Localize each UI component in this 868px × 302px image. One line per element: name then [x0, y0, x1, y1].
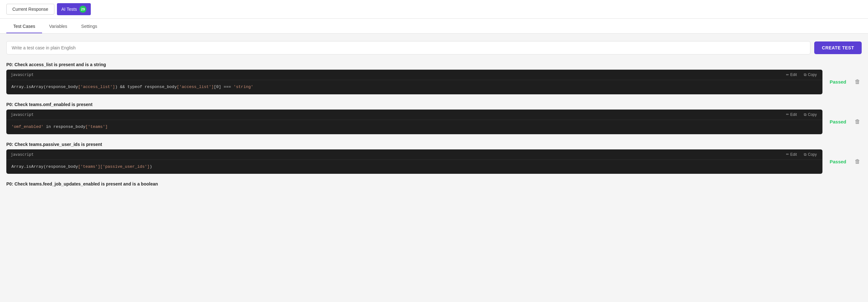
tabs-bar: Test Cases Variables Settings: [0, 19, 868, 34]
test-case-1-code-body: Array.isArray(response_body['access_list…: [6, 80, 823, 94]
copy-icon-3: ⧉: [804, 152, 807, 157]
test-case-1-code-header: javascript ✏ Edit ⧉ Copy: [6, 70, 823, 80]
test-case-2-actions: ✏ Edit ⧉ Copy: [785, 112, 818, 117]
copy-label: Copy: [808, 72, 817, 77]
test-case-3-title: P0: Check teams.passive_user_ids is pres…: [6, 142, 862, 147]
trash-icon: 🗑: [855, 79, 860, 85]
copy-icon: ⧉: [804, 72, 807, 77]
test-case-3-status: Passed: [827, 159, 849, 164]
test-case-2: P0: Check teams.omf_enabled is present j…: [6, 102, 862, 134]
test-case-3-edit-button[interactable]: ✏ Edit: [785, 152, 798, 157]
pencil-icon-3: ✏: [786, 152, 789, 156]
edit-label: Edit: [790, 72, 797, 77]
search-input[interactable]: [6, 41, 810, 55]
test-case-2-delete-button[interactable]: 🗑: [854, 117, 862, 126]
test-case-1-lang: javascript: [11, 72, 34, 77]
test-case-3-code-header: javascript ✏ Edit ⧉ Copy: [6, 149, 823, 160]
trash-icon-3: 🗑: [855, 158, 860, 164]
test-case-2-code-body: 'omf_enabled' in response_body['teams']: [6, 120, 823, 134]
test-case-1-title: P0: Check access_list is present and is …: [6, 62, 862, 67]
ai-tests-button[interactable]: AI Tests 29: [57, 3, 91, 15]
test-case-1-delete-button[interactable]: 🗑: [854, 77, 862, 86]
test-case-1-actions: ✏ Edit ⧉ Copy: [785, 72, 818, 78]
test-case-3-code-block: javascript ✏ Edit ⧉ Copy Array.isArray(r…: [6, 149, 823, 174]
test-case-4-title: P0: Check teams.feed_job_updates_enabled…: [6, 181, 862, 186]
test-case-2-title: P0: Check teams.omf_enabled is present: [6, 102, 862, 107]
test-case-2-code-header: javascript ✏ Edit ⧉ Copy: [6, 110, 823, 120]
tab-settings[interactable]: Settings: [74, 19, 104, 33]
test-case-3-delete-button[interactable]: 🗑: [854, 157, 862, 166]
ai-tests-label: AI Tests: [61, 7, 77, 12]
create-test-button[interactable]: CREATE TEST: [814, 41, 862, 54]
test-case-2-copy-button[interactable]: ⧉ Copy: [803, 112, 818, 117]
test-case-3-lang: javascript: [11, 152, 34, 157]
ai-tests-badge: 29: [80, 6, 86, 13]
current-response-button[interactable]: Current Response: [6, 4, 54, 14]
test-case-2-code-block: javascript ✏ Edit ⧉ Copy 'omf_enabled' i…: [6, 110, 823, 134]
test-case-2-status: Passed: [827, 119, 849, 124]
pencil-icon-2: ✏: [786, 112, 789, 117]
top-bar: Current Response AI Tests 29: [0, 0, 868, 19]
test-case-4: P0: Check teams.feed_job_updates_enabled…: [6, 181, 862, 186]
copy-label-3: Copy: [808, 152, 817, 157]
test-case-3-copy-button[interactable]: ⧉ Copy: [803, 152, 818, 157]
test-case-2-wrapper: javascript ✏ Edit ⧉ Copy 'omf_enabled' i…: [6, 110, 862, 134]
test-case-2-edit-button[interactable]: ✏ Edit: [785, 112, 798, 117]
trash-icon-2: 🗑: [855, 118, 860, 125]
test-case-1-copy-button[interactable]: ⧉ Copy: [803, 72, 818, 78]
search-row: CREATE TEST: [6, 41, 862, 55]
copy-label-2: Copy: [808, 112, 817, 117]
pencil-icon: ✏: [786, 73, 789, 77]
edit-label-3: Edit: [790, 152, 797, 157]
test-case-2-lang: javascript: [11, 112, 34, 117]
test-case-1: P0: Check access_list is present and is …: [6, 62, 862, 94]
copy-icon-2: ⧉: [804, 112, 807, 117]
test-case-3-wrapper: javascript ✏ Edit ⧉ Copy Array.isArray(r…: [6, 149, 862, 174]
test-case-3-code-body: Array.isArray(response_body['teams']['pa…: [6, 160, 823, 174]
main-content: CREATE TEST P0: Check access_list is pre…: [0, 34, 868, 301]
test-case-3-actions: ✏ Edit ⧉ Copy: [785, 152, 818, 157]
test-case-1-wrapper: javascript ✏ Edit ⧉ Copy Array.isArray(r…: [6, 70, 862, 94]
test-case-3: P0: Check teams.passive_user_ids is pres…: [6, 142, 862, 174]
test-case-1-code-block: javascript ✏ Edit ⧉ Copy Array.isArray(r…: [6, 70, 823, 94]
edit-label-2: Edit: [790, 112, 797, 117]
tab-variables[interactable]: Variables: [42, 19, 74, 33]
test-case-1-edit-button[interactable]: ✏ Edit: [785, 72, 798, 78]
tab-test-cases[interactable]: Test Cases: [6, 19, 42, 33]
test-case-1-status: Passed: [827, 79, 849, 85]
